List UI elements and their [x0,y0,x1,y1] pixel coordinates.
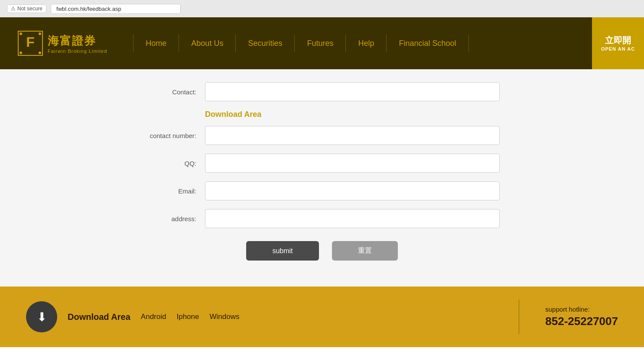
logo-english: Fairwin Broking Limited [48,48,107,54]
contact-row: Contact: [144,82,500,101]
nav-item-financial-school[interactable]: Financial School [387,35,468,52]
qq-input[interactable] [205,154,500,173]
open-account-line2: OPEN AN AC [601,46,635,52]
reset-button[interactable]: 重置 [332,241,398,261]
contact-input[interactable] [205,82,500,101]
main-nav: Home About Us Securities Futures Help Fi… [133,35,627,52]
buttons-row: submit 重置 [144,241,500,261]
contact-label: Contact: [144,88,205,96]
security-label: Not secure [17,6,42,12]
email-label: Email: [144,187,205,195]
address-input[interactable] [205,209,500,228]
open-account-button[interactable]: 立即開 OPEN AN AC [592,17,644,69]
email-row: Email: [144,181,500,200]
submit-button[interactable]: submit [246,241,319,261]
contact-number-label: contact number: [144,132,205,139]
qq-row: QQ: [144,154,500,173]
address-label: address: [144,215,205,222]
main-content: Contact: Download Area contact number: Q… [0,69,644,287]
footer-iphone-link[interactable]: Iphone [176,312,199,321]
address-row: address: [144,209,500,228]
svg-point-3 [39,32,41,35]
footer-hotline-number: 852-25227007 [545,315,618,328]
contact-number-input[interactable] [205,126,500,145]
contact-number-row: contact number: [144,126,500,145]
logo-area: F 海富證券 Fairwin Broking Limited [17,30,107,56]
svg-text:F: F [26,34,35,50]
svg-point-4 [20,52,22,54]
download-icon-circle: ⬇ [26,301,57,332]
nav-item-futures[interactable]: Futures [295,35,346,52]
download-icon: ⬇ [37,310,47,324]
url-bar[interactable]: fwbl.com.hk/feedback.asp [51,4,181,14]
logo-chinese: 海富證券 [48,33,107,48]
email-input[interactable] [205,181,500,200]
footer-wrapper: ⬇ Download Area Android Iphone Windows s… [0,287,644,347]
footer-android-link[interactable]: Android [141,312,166,321]
footer-hotline-label: support hotline: [545,306,618,313]
footer-windows-link[interactable]: Windows [209,312,239,321]
logo-text: 海富證券 Fairwin Broking Limited [48,33,107,54]
footer-links: Download Area Android Iphone Windows [68,312,239,322]
security-badge: ⚠ Not secure [7,4,46,13]
footer-download-area-label: Download Area [68,312,130,322]
nav-item-about[interactable]: About Us [179,35,236,52]
svg-point-5 [39,52,41,54]
nav-item-help[interactable]: Help [346,35,387,52]
nav-item-home[interactable]: Home [133,35,179,52]
qq-label: QQ: [144,160,205,167]
logo-icon: F [17,30,43,56]
form-container: Contact: Download Area contact number: Q… [127,82,517,261]
svg-point-2 [20,32,22,35]
open-account-line1: 立即開 [605,35,631,46]
footer-download-section: ⬇ Download Area Android Iphone Windows [26,301,493,332]
header: F 海富證券 Fairwin Broking Limited Home Abou… [0,17,644,69]
footer-divider [519,300,519,334]
browser-bar: ⚠ Not secure fwbl.com.hk/feedback.asp [0,0,644,17]
footer-contact: support hotline: 852-25227007 [545,306,618,328]
footer: ⬇ Download Area Android Iphone Windows s… [0,287,644,347]
nav-item-securities[interactable]: Securities [236,35,295,52]
download-area-label: Download Area [205,110,500,119]
warning-icon: ⚠ [11,6,16,12]
